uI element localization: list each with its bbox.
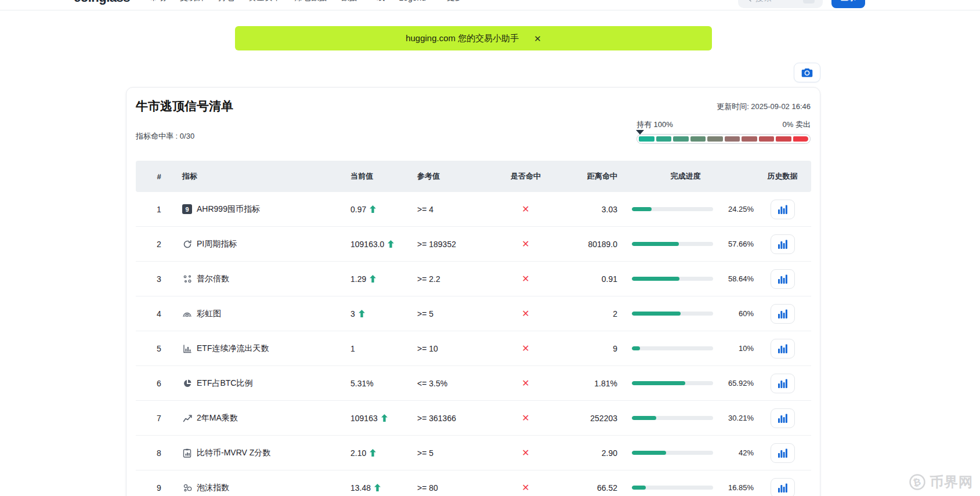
bubbles-icon: [182, 483, 192, 493]
screenshot-button[interactable]: [794, 63, 820, 82]
current-value: 0.97: [350, 205, 366, 214]
history-chart-button[interactable]: [771, 374, 795, 393]
miss-x-icon: ✕: [522, 483, 529, 493]
history-chart-button[interactable]: [771, 339, 795, 359]
bar-chart-icon: [182, 343, 192, 353]
nav-item-kline[interactable]: K线: [371, 0, 385, 3]
history-chart-button[interactable]: [771, 408, 795, 428]
miss-x-icon: ✕: [522, 274, 529, 284]
search-box[interactable]: /: [738, 0, 823, 8]
miss-x-icon: ✕: [522, 239, 529, 249]
nav-menu: 市场 交易所 持仓 资金费率 爆仓数据 数据 K线 Legend 更多: [150, 0, 463, 3]
up-arrow-icon: [388, 240, 394, 248]
reference-value: >= 80: [417, 483, 500, 493]
col-header-indicator: 指标: [182, 171, 350, 182]
current-value: 109163: [350, 414, 378, 423]
nav-item-data[interactable]: 数据: [341, 0, 357, 3]
page-title: 牛市逃顶信号清单: [136, 98, 233, 114]
row-index: 5: [136, 344, 182, 353]
indicator-name[interactable]: ETF占BTC比例: [197, 378, 252, 389]
gauge-bar: [637, 134, 811, 144]
up-arrow-icon: [359, 310, 365, 317]
distance-value: 66.52: [552, 483, 617, 493]
distance-value: 3.03: [552, 205, 617, 214]
promo-banner: hugging.com 您的交易小助手 ✕: [235, 26, 712, 50]
nav-item-market[interactable]: 市场: [150, 0, 166, 3]
row-index: 7: [136, 414, 182, 423]
reference-value: >= 5: [417, 309, 500, 318]
up-arrow-icon: [370, 275, 376, 283]
progress-bar: [632, 346, 713, 350]
nav-item-legend[interactable]: Legend: [399, 0, 433, 2]
gauge-segment: [759, 136, 775, 142]
gauge-segment: [725, 136, 740, 142]
update-timestamp: 更新时间: 2025-09-02 16:46: [717, 102, 811, 112]
progress-bar: [632, 416, 713, 420]
history-chart-button[interactable]: [771, 304, 795, 324]
watermark-text: 币界网: [930, 473, 973, 491]
bar-chart-icon: [778, 274, 788, 284]
nav-item-exchanges[interactable]: 交易所: [180, 0, 204, 3]
gauge-segment: [656, 136, 672, 142]
indicator-name[interactable]: 2年MA乘数: [197, 413, 238, 423]
search-input[interactable]: [755, 0, 800, 2]
history-chart-button[interactable]: [771, 269, 795, 289]
bar-chart-icon: [778, 378, 788, 389]
distance-value: 80189.0: [552, 240, 617, 249]
nav-item-funding-rate[interactable]: 资金费率: [248, 0, 281, 3]
progress-bar: [632, 381, 713, 385]
indicator-name[interactable]: PI周期指标: [197, 239, 237, 249]
progress-percent: 30.21%: [720, 414, 754, 422]
current-value: 1: [350, 344, 355, 353]
col-header-history: 历史数据: [754, 171, 811, 182]
login-button[interactable]: 登录: [831, 0, 865, 8]
bar-chart-icon: [778, 239, 788, 249]
table-header-row: # 指标 当前值 参考值 是否命中 距离命中 完成进度 历史数据: [136, 161, 811, 192]
history-chart-button[interactable]: [771, 478, 795, 496]
bar-chart-icon: [778, 204, 788, 215]
up-arrow-icon: [381, 414, 388, 422]
history-chart-button[interactable]: [771, 443, 795, 463]
nav-item-liquidation[interactable]: 爆仓数据: [295, 0, 327, 3]
miss-x-icon: ✕: [522, 448, 529, 458]
progress-bar: [632, 277, 713, 281]
hit-rate-label: 指标命中率 : 0/30: [136, 131, 194, 142]
progress-bar: [632, 451, 713, 455]
current-value: 1.29: [350, 274, 366, 284]
history-chart-button[interactable]: [771, 200, 795, 219]
row-index: 9: [136, 483, 182, 493]
progress-bar: [632, 207, 713, 211]
indicator-name[interactable]: 彩虹图: [197, 309, 221, 319]
scatter-icon: [182, 274, 192, 284]
row-index: 6: [136, 379, 182, 388]
row-index: 1: [136, 205, 182, 214]
indicator-name[interactable]: 比特币-MVRV Z分数: [197, 448, 270, 458]
search-shortcut-key: /: [803, 0, 815, 3]
nav-item-more[interactable]: 更多: [447, 0, 463, 3]
progress-percent: 42%: [720, 448, 754, 457]
indicator-name[interactable]: AHR999囤币指标: [197, 204, 260, 215]
line-chart-icon: [182, 413, 192, 423]
current-value: 5.31%: [350, 379, 374, 388]
table-row: 6 ETF占BTC比例 5.31% <= 3.5% ✕ 1.81% 65.92%: [136, 366, 811, 401]
up-arrow-icon: [370, 205, 376, 213]
miss-x-icon: ✕: [522, 204, 529, 214]
col-header-distance: 距离命中: [552, 171, 617, 182]
gauge-segment: [793, 136, 809, 142]
table-row: 2 PI周期指标 109163.0 >= 189352 ✕ 80189.0 57…: [136, 227, 811, 262]
close-icon[interactable]: ✕: [534, 34, 541, 43]
coinglass-logo[interactable]: coinglass: [74, 0, 130, 5]
indicator-name[interactable]: ETF连续净流出天数: [197, 343, 269, 354]
progress-percent: 58.64%: [720, 274, 754, 283]
top-navbar: coinglass 市场 交易所 持仓 资金费率 爆仓数据 数据 K线 Lege…: [0, 0, 980, 10]
indicator-name[interactable]: 泡沫指数: [197, 483, 229, 493]
row-index: 2: [136, 240, 182, 249]
bar-chart-icon: [778, 413, 788, 423]
indicator-name[interactable]: 普尔倍数: [197, 274, 229, 284]
nav-item-open-interest[interactable]: 持仓: [218, 0, 234, 3]
history-chart-button[interactable]: [771, 234, 795, 254]
current-value: 2.10: [350, 448, 366, 458]
miss-x-icon: ✕: [522, 413, 529, 423]
up-arrow-icon: [374, 484, 381, 491]
reference-value: >= 189352: [417, 240, 500, 249]
